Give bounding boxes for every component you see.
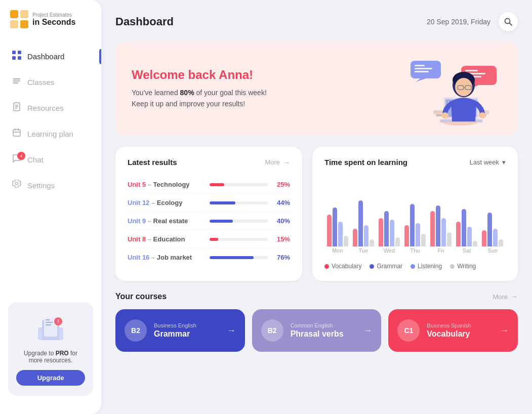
listening-bar xyxy=(364,225,369,246)
grammar-bar xyxy=(462,209,466,246)
course-info: Business Spanish Vocabulary xyxy=(427,322,493,339)
course-info: Business English Grammar xyxy=(154,322,220,339)
writing-bar xyxy=(395,237,400,246)
day-label: Mon xyxy=(332,247,343,254)
svg-point-53 xyxy=(441,112,448,118)
svg-rect-27 xyxy=(411,61,441,78)
listening-bar xyxy=(390,220,394,246)
learning-plan-icon xyxy=(12,128,21,140)
legend-item: Vocabulary xyxy=(324,263,361,270)
chart-day: Sun xyxy=(482,213,503,257)
svg-rect-1 xyxy=(20,10,28,18)
result-label: Unit 8 – Education xyxy=(128,235,203,243)
logo-top: Project Estimates xyxy=(32,12,75,18)
vocab-bar xyxy=(456,222,461,246)
grammar-bar xyxy=(436,205,440,246)
logo-area: Project Estimates in Seconds xyxy=(0,10,101,28)
results-list: Unit 5 – Technology 25% Unit 12 – Ecolog… xyxy=(128,176,290,266)
sidebar-item-chat[interactable]: Chat 4 xyxy=(0,147,101,173)
logo-icon xyxy=(10,10,28,28)
banner-illustration xyxy=(385,56,502,121)
course-card-lavender[interactable]: B2 Common English Phrasal verbs → xyxy=(252,309,382,352)
header-right: 20 Sep 2019, Friday xyxy=(427,12,518,31)
course-card-pink[interactable]: C1 Business Spanish Vocabulary → xyxy=(388,309,518,352)
period-selector[interactable]: Last week ▾ xyxy=(469,158,506,166)
course-level: B2 xyxy=(261,319,283,342)
sidebar-label-classes: Classes xyxy=(27,78,54,87)
bar-group xyxy=(430,205,452,246)
sidebar-item-settings[interactable]: Settings xyxy=(0,173,101,198)
course-card-blue[interactable]: B2 Business English Grammar → xyxy=(115,309,245,352)
bar-group xyxy=(482,213,503,246)
writing-bar xyxy=(473,241,477,246)
result-progress-fill xyxy=(210,183,224,186)
courses-grid: B2 Business English Grammar → B2 Common … xyxy=(115,309,518,352)
result-item: Unit 16 – Job market 76% xyxy=(128,249,290,266)
bar-group xyxy=(404,204,426,246)
result-pct: 25% xyxy=(274,181,290,188)
svg-rect-21 xyxy=(46,322,53,323)
day-label: Fri xyxy=(438,247,444,254)
vocab-bar xyxy=(353,229,357,246)
logo-main: in Seconds xyxy=(32,18,75,27)
svg-rect-20 xyxy=(46,319,50,320)
main-content: Dashboard 20 Sep 2019, Friday Welcome ba… xyxy=(101,0,532,414)
grammar-bar xyxy=(487,213,492,246)
sidebar-item-classes[interactable]: Classes xyxy=(0,69,101,95)
chart-title: Time spent on learning xyxy=(324,158,407,167)
search-button[interactable] xyxy=(499,12,518,31)
day-label: Wed xyxy=(384,247,395,254)
sidebar-label-learning-plan: Learning plan xyxy=(27,130,73,138)
legend-item: Writing xyxy=(450,263,476,270)
bar-group xyxy=(379,211,400,246)
day-label: Sun xyxy=(488,247,498,254)
svg-rect-4 xyxy=(12,51,16,54)
svg-text:!: ! xyxy=(57,319,59,324)
svg-rect-33 xyxy=(465,70,478,71)
svg-line-26 xyxy=(510,23,512,26)
course-level: B2 xyxy=(125,319,147,342)
courses-header: Your courses More → xyxy=(115,292,518,301)
bar-group xyxy=(456,209,477,246)
results-header: Latest results More → xyxy=(128,158,290,167)
page-title: Dashboard xyxy=(115,15,174,28)
welcome-body: You've learned 80% of your goal this wee… xyxy=(132,87,267,110)
grammar-bar xyxy=(358,200,363,246)
legend-dot xyxy=(370,264,374,269)
courses-more-link[interactable]: More → xyxy=(493,293,518,301)
sidebar-item-learning-plan[interactable]: Learning plan xyxy=(0,121,101,147)
result-label: Unit 9 – Real estate xyxy=(128,217,203,225)
sidebar-item-resources[interactable]: Resources xyxy=(0,95,101,121)
welcome-text: Welcome back Anna! You've learned 80% of… xyxy=(132,68,267,110)
result-label: Unit 5 – Technology xyxy=(128,181,203,188)
grammar-bar xyxy=(333,208,337,246)
results-card: Latest results More → Unit 5 – Technolog… xyxy=(115,147,302,281)
result-progress-bg xyxy=(210,220,268,223)
legend-item: Grammar xyxy=(370,263,402,270)
result-pct: 76% xyxy=(274,254,290,261)
course-category: Business Spanish xyxy=(427,322,493,328)
svg-rect-2 xyxy=(10,20,18,28)
result-progress-fill xyxy=(210,201,235,204)
result-progress-bg xyxy=(210,256,268,259)
sidebar-item-dashboard[interactable]: Dashboard xyxy=(0,44,101,69)
result-item: Unit 12 – Ecology 44% xyxy=(128,194,290,212)
legend-dot xyxy=(411,264,415,269)
chart-legend: Vocabulary Grammar Listening Writing xyxy=(324,263,506,270)
sidebar-label-chat: Chat xyxy=(27,155,44,164)
course-name: Grammar xyxy=(154,329,220,339)
result-item: Unit 5 – Technology 25% xyxy=(128,176,290,194)
result-pct: 15% xyxy=(274,235,290,243)
courses-more-arrow: → xyxy=(511,293,518,301)
grammar-bar xyxy=(410,204,415,246)
svg-point-16 xyxy=(16,182,18,185)
listening-bar xyxy=(416,223,420,246)
result-pct: 40% xyxy=(274,217,290,225)
upgrade-button[interactable]: Upgrade xyxy=(16,370,85,386)
writing-bar xyxy=(499,239,503,246)
course-category: Business English xyxy=(154,322,220,328)
dashboard-icon xyxy=(12,51,21,62)
svg-rect-28 xyxy=(415,65,425,66)
vocab-bar xyxy=(379,218,383,246)
results-more-link[interactable]: More → xyxy=(265,158,290,167)
